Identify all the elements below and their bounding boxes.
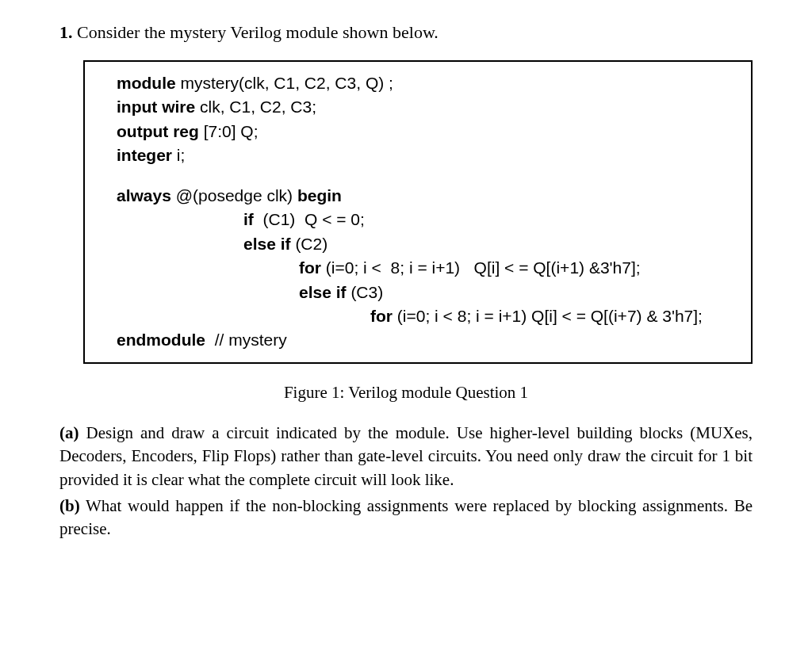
code-text: (C3) xyxy=(347,283,384,301)
kw-else-if: else if xyxy=(243,235,291,253)
code-text: (C1) Q < = 0; xyxy=(254,210,365,228)
code-line-3: output reg [7:0] Q; xyxy=(117,120,737,143)
code-line-5: always @(posedge clk) begin xyxy=(117,184,737,208)
code-text: mystery(clk, C1, C2, C3, Q) ; xyxy=(176,74,393,92)
code-line-9: else if (C3) xyxy=(117,281,737,304)
code-line-1: module mystery(clk, C1, C2, C3, Q) ; xyxy=(117,71,737,95)
code-line-10: for (i=0; i < 8; i = i+1) Q[i] < = Q[(i+… xyxy=(117,304,737,328)
subpart-b-label: (b) xyxy=(59,496,80,515)
figure-caption: Figure 1: Verilog module Question 1 xyxy=(59,383,753,403)
code-line-7: else if (C2) xyxy=(117,232,737,256)
question-header: 1. Consider the mystery Verilog module s… xyxy=(59,22,753,43)
code-text: @(posedge clk) xyxy=(171,186,297,205)
kw-always: always xyxy=(117,186,171,205)
code-text: (i=0; i < 8; i = i+1) Q[i] < = Q[(i+7) &… xyxy=(393,307,703,325)
code-text: i; xyxy=(172,146,185,164)
kw-output-reg: output reg xyxy=(117,122,199,140)
code-text: [7:0] Q; xyxy=(199,122,259,140)
code-line-6: if (C1) Q < = 0; xyxy=(117,208,737,231)
kw-else-if: else if xyxy=(299,283,347,301)
document-page: 1. Consider the mystery Verilog module s… xyxy=(0,0,812,567)
question-prompt: Consider the mystery Verilog module show… xyxy=(77,22,439,42)
blank-line xyxy=(117,168,737,184)
question-number: 1. xyxy=(59,22,73,42)
subquestion-a: (a) Design and draw a circuit indicated … xyxy=(59,422,753,491)
code-line-8: for (i=0; i < 8; i = i+1) Q[i] < = Q[(i+… xyxy=(117,256,737,280)
code-box: module mystery(clk, C1, C2, C3, Q) ; inp… xyxy=(83,60,753,364)
code-line-11: endmodule // mystery xyxy=(117,328,737,352)
subpart-b-text: What would happen if the non-blocking as… xyxy=(59,496,753,538)
kw-integer: integer xyxy=(117,146,172,164)
code-text: (C2) xyxy=(291,235,328,253)
code-line-2: input wire clk, C1, C2, C3; xyxy=(117,95,737,119)
subpart-a-label: (a) xyxy=(59,423,79,442)
kw-for: for xyxy=(299,258,321,277)
code-text: (i=0; i < 8; i = i+1) Q[i] < = Q[(i+1) &… xyxy=(321,258,641,277)
code-text: clk, C1, C2, C3; xyxy=(195,97,316,116)
code-line-4: integer i; xyxy=(117,143,737,167)
kw-begin: begin xyxy=(297,186,342,205)
kw-if: if xyxy=(243,210,254,228)
subpart-a-text: Design and draw a circuit indicated by t… xyxy=(59,423,753,489)
kw-input-wire: input wire xyxy=(117,97,195,116)
kw-module: module xyxy=(117,74,176,92)
kw-for: for xyxy=(370,307,393,325)
subquestion-b: (b) What would happen if the non-blockin… xyxy=(59,495,753,541)
code-text: // mystery xyxy=(205,331,287,349)
kw-endmodule: endmodule xyxy=(117,331,205,349)
